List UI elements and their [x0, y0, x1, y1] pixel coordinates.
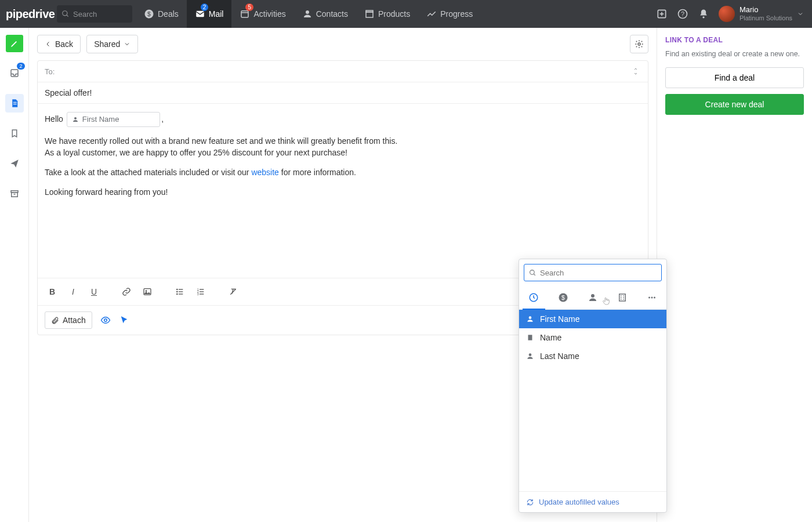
nav-progress[interactable]: Progress — [418, 0, 481, 28]
svg-point-28 — [177, 293, 177, 294]
page: Back Shared To: Special offer! — [29, 28, 812, 522]
svg-point-58 — [651, 297, 652, 299]
person-icon — [526, 352, 534, 360]
nav-deals[interactable]: $ Deals — [136, 0, 187, 28]
user-menu[interactable]: Mario Platinum Solutions — [719, 6, 804, 22]
sidebar-sent[interactable] — [5, 154, 24, 173]
svg-rect-50 — [619, 294, 626, 301]
attach-button[interactable]: Attach — [45, 311, 92, 329]
merge-field-label: First Name — [82, 114, 119, 125]
body-line3a: Take a look at the attached materials in… — [45, 168, 251, 177]
back-button[interactable]: Back — [37, 35, 81, 53]
compose-button[interactable] — [6, 35, 23, 52]
fields-tab-more[interactable] — [637, 286, 666, 309]
nav-items: $ Deals 2 Mail 5 Activities Contacts Pro… — [136, 0, 481, 28]
italic-button[interactable]: I — [66, 284, 81, 299]
pencil-icon — [10, 39, 19, 48]
nav-right: ? Mario Platinum Solutions — [656, 6, 812, 22]
fields-search-input[interactable] — [540, 269, 657, 277]
visibility-icon[interactable] — [100, 315, 111, 325]
find-deal-button[interactable]: Find a deal — [665, 67, 804, 88]
body-line3b: for more information. — [279, 168, 356, 177]
svg-rect-61 — [528, 335, 532, 340]
more-icon — [647, 292, 657, 303]
refresh-icon — [526, 498, 534, 506]
box-icon — [364, 9, 375, 19]
nav-mail[interactable]: 2 Mail — [187, 0, 232, 28]
bell-icon[interactable] — [698, 8, 709, 20]
fields-tab-deal[interactable]: $ — [549, 286, 578, 309]
ol-button[interactable]: 123 — [193, 284, 208, 299]
settings-button[interactable] — [630, 35, 648, 53]
update-autofilled-button[interactable]: Update autofilled values — [519, 491, 666, 512]
cursor-icon[interactable] — [119, 315, 129, 325]
list-ol-icon: 123 — [196, 287, 205, 296]
create-deal-button[interactable]: Create new deal — [665, 94, 804, 115]
gear-icon — [635, 39, 644, 49]
bold-button[interactable]: B — [45, 284, 60, 299]
clear-format-button[interactable] — [226, 284, 241, 299]
archive-icon — [9, 188, 20, 199]
website-link[interactable]: website — [251, 168, 278, 177]
underline-button[interactable]: U — [86, 284, 102, 299]
field-item-first-name[interactable]: First Name — [519, 310, 666, 328]
svg-line-46 — [534, 274, 535, 276]
svg-text:?: ? — [681, 10, 684, 17]
link-button[interactable] — [119, 284, 134, 299]
nav-activities-label: Activities — [253, 9, 285, 19]
history-icon — [528, 292, 539, 303]
sidebar-inbox[interactable]: 2 — [5, 64, 24, 82]
svg-point-0 — [63, 11, 67, 16]
svg-text:3: 3 — [197, 293, 199, 296]
svg-point-62 — [529, 353, 532, 356]
fields-tab-recent[interactable] — [519, 286, 549, 309]
nav-products[interactable]: Products — [356, 0, 418, 28]
svg-text:$: $ — [561, 294, 565, 301]
subject-field[interactable]: Special offer! — [38, 82, 648, 104]
dollar-icon: $ — [558, 292, 568, 303]
fields-tab-person[interactable] — [578, 286, 608, 309]
person-icon — [588, 292, 598, 303]
shared-dropdown[interactable]: Shared — [86, 35, 138, 53]
nav-contacts[interactable]: Contacts — [294, 0, 356, 28]
svg-point-60 — [529, 316, 532, 319]
to-row[interactable]: To: — [38, 61, 648, 82]
email-body[interactable]: Hello First Name , We have recently roll… — [38, 104, 648, 278]
chevron-down-icon — [797, 10, 804, 17]
add-icon[interactable] — [656, 8, 668, 20]
sidebar-templates[interactable] — [5, 124, 24, 143]
file-icon — [9, 98, 20, 108]
svg-point-26 — [177, 289, 177, 289]
top-nav: pipedrive Search $ Deals 2 Mail 5 Activi… — [0, 0, 812, 28]
nav-progress-label: Progress — [440, 9, 473, 19]
svg-point-23 — [74, 117, 77, 119]
field-item-last-name[interactable]: Last Name — [519, 347, 666, 365]
sidebar-archive[interactable] — [5, 184, 24, 203]
recipient-stepper[interactable] — [630, 67, 641, 76]
merge-field-first-name[interactable]: First Name — [67, 112, 161, 127]
svg-point-7 — [306, 10, 309, 14]
attachment-icon — [51, 316, 59, 324]
fields-tab-org[interactable] — [607, 286, 637, 309]
fields-search[interactable] — [524, 264, 662, 281]
update-autofilled-label: Update autofilled values — [539, 498, 619, 506]
sidebar-drafts[interactable] — [5, 94, 24, 113]
link-deal-text: Find an existing deal or create a new on… — [665, 50, 804, 58]
nav-activities[interactable]: 5 Activities — [231, 0, 293, 28]
right-panel: LINK TO A DEAL Find an existing deal or … — [657, 28, 812, 522]
global-search[interactable]: Search — [57, 5, 132, 23]
field-item-label: Name — [540, 333, 561, 342]
svg-rect-5 — [241, 11, 248, 17]
body-line1: We have recently rolled out with a brand… — [45, 135, 641, 147]
help-icon[interactable]: ? — [677, 8, 688, 20]
bookmark-icon — [9, 128, 20, 139]
svg-point-57 — [648, 297, 650, 299]
field-item-label: First Name — [540, 314, 579, 324]
field-item-name[interactable]: Name — [519, 328, 666, 347]
ul-button[interactable] — [172, 284, 187, 299]
image-button[interactable] — [140, 284, 155, 299]
image-icon — [143, 287, 152, 296]
nav-products-label: Products — [378, 9, 410, 19]
progress-icon — [426, 9, 437, 19]
search-icon — [529, 269, 536, 277]
